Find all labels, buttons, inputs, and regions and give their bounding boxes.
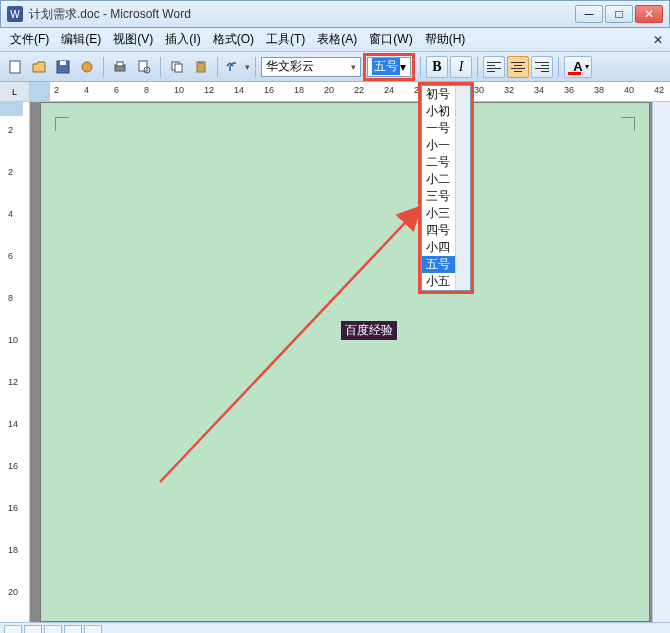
ruler-tick-label: 14 [234, 85, 244, 95]
view-bar [0, 622, 670, 633]
font-size-dropdown[interactable]: 初号小初一号小一二号小二三号小三四号小四五号小五 [421, 85, 471, 291]
ruler-tick-label: 22 [354, 85, 364, 95]
ruler-tick-label: 10 [174, 85, 184, 95]
print-preview-button[interactable] [133, 56, 155, 78]
reading-view-button[interactable] [84, 625, 102, 634]
ruler-tick-label: 8 [144, 85, 149, 95]
toolbar-separator [558, 57, 559, 77]
align-left-button[interactable] [483, 56, 505, 78]
font-name-combo[interactable]: 华文彩云 ▾ [261, 57, 361, 77]
ruler-tick-label: 4 [8, 209, 13, 219]
align-right-button[interactable] [531, 56, 553, 78]
paste-button[interactable] [190, 56, 212, 78]
outline-view-button[interactable] [64, 625, 82, 634]
page[interactable]: 百度经验 [40, 102, 650, 622]
new-doc-button[interactable] [4, 56, 26, 78]
ruler-tick-label: 16 [264, 85, 274, 95]
crop-mark-icon [621, 117, 635, 131]
ruler-tick-label: 18 [294, 85, 304, 95]
window-controls: ─ □ ✕ [575, 5, 663, 23]
chevron-down-icon: ▾ [585, 62, 589, 71]
menu-file[interactable]: 文件(F) [4, 29, 55, 50]
horizontal-ruler[interactable]: 24681012141618202224262830323436384042 [30, 82, 670, 101]
ruler-tick-label: 2 [8, 125, 13, 135]
minimize-button[interactable]: ─ [575, 5, 603, 23]
maximize-button[interactable]: □ [605, 5, 633, 23]
ruler-row: L 24681012141618202224262830323436384042 [0, 82, 670, 102]
ruler-tick-label: 4 [84, 85, 89, 95]
print-button[interactable] [109, 56, 131, 78]
font-color-button[interactable]: A ▾ [564, 56, 592, 78]
menu-edit[interactable]: 编辑(E) [55, 29, 107, 50]
open-button[interactable] [28, 56, 50, 78]
menu-view[interactable]: 视图(V) [107, 29, 159, 50]
save-button[interactable] [52, 56, 74, 78]
ruler-tick-label: 14 [8, 419, 18, 429]
font-size-combo[interactable]: 五号 ▾ [367, 57, 411, 77]
toolbar-separator [477, 57, 478, 77]
font-size-highlight-box: 五号 ▾ [363, 53, 415, 81]
document-text[interactable]: 百度经验 [341, 321, 397, 340]
chevron-down-icon: ▾ [351, 62, 356, 72]
svg-rect-0 [10, 61, 20, 73]
menu-format[interactable]: 格式(O) [207, 29, 260, 50]
chevron-down-icon: ▾ [400, 60, 406, 74]
ruler-tick-label: 34 [534, 85, 544, 95]
ruler-tick-label: 8 [8, 293, 13, 303]
edit-area: 2246810121416161820 百度经验 [0, 102, 670, 622]
font-size-dropdown-highlight: 初号小初一号小一二号小二三号小三四号小四五号小五 [418, 82, 474, 294]
svg-rect-2 [60, 61, 66, 65]
menu-bar: 文件(F) 编辑(E) 视图(V) 插入(I) 格式(O) 工具(T) 表格(A… [0, 28, 670, 52]
svg-rect-5 [117, 62, 123, 66]
menu-help[interactable]: 帮助(H) [419, 29, 472, 50]
ruler-tick-label: 16 [8, 503, 18, 513]
close-button[interactable]: ✕ [635, 5, 663, 23]
svg-rect-6 [139, 61, 147, 71]
svg-rect-9 [175, 64, 182, 72]
ruler-tick-label: 16 [8, 461, 18, 471]
ruler-tick-label: 20 [8, 587, 18, 597]
normal-view-button[interactable] [4, 625, 22, 634]
crop-mark-icon [55, 117, 69, 131]
ruler-tick-label: 32 [504, 85, 514, 95]
copy-button[interactable] [166, 56, 188, 78]
menu-window[interactable]: 窗口(W) [363, 29, 418, 50]
font-size-value: 五号 [372, 58, 400, 75]
vertical-ruler[interactable]: 2246810121416161820 [0, 102, 30, 622]
ruler-top-margin [0, 102, 23, 116]
undo-dropdown-icon[interactable]: ▾ [245, 62, 250, 72]
window-title: 计划需求.doc - Microsoft Word [29, 6, 575, 23]
print-layout-view-button[interactable] [44, 625, 62, 634]
font-name-value: 华文彩云 [266, 58, 314, 75]
bold-button[interactable]: B [426, 56, 448, 78]
document-canvas[interactable]: 百度经验 [30, 102, 670, 622]
svg-rect-11 [199, 61, 203, 64]
ruler-tick-label: 30 [474, 85, 484, 95]
menu-table[interactable]: 表格(A) [311, 29, 363, 50]
menu-tools[interactable]: 工具(T) [260, 29, 311, 50]
toolbar-separator [255, 57, 256, 77]
italic-button[interactable]: I [450, 56, 472, 78]
undo-button[interactable] [223, 56, 245, 78]
ruler-tick-label: 12 [8, 377, 18, 387]
toolbar-separator [160, 57, 161, 77]
ruler-tick-label: 18 [8, 545, 18, 555]
menu-insert[interactable]: 插入(I) [159, 29, 206, 50]
permissions-button[interactable] [76, 56, 98, 78]
toolbar-separator [217, 57, 218, 77]
ruler-tick-label: 10 [8, 335, 18, 345]
dropdown-scrollbar[interactable] [455, 86, 470, 290]
ruler-tick-label: 36 [564, 85, 574, 95]
ruler-tick-label: 6 [114, 85, 119, 95]
ruler-tick-label: 42 [654, 85, 664, 95]
toolbar: ▾ 华文彩云 ▾ 五号 ▾ B I A ▾ [0, 52, 670, 82]
vertical-scrollbar[interactable] [652, 102, 670, 622]
toolbar-separator [103, 57, 104, 77]
web-layout-view-button[interactable] [24, 625, 42, 634]
tab-selector[interactable]: L [0, 82, 30, 101]
close-document-button[interactable]: ✕ [650, 33, 666, 47]
ruler-tick-label: 2 [54, 85, 59, 95]
font-color-swatch [568, 72, 581, 75]
align-center-button[interactable] [507, 56, 529, 78]
ruler-tick-label: 40 [624, 85, 634, 95]
